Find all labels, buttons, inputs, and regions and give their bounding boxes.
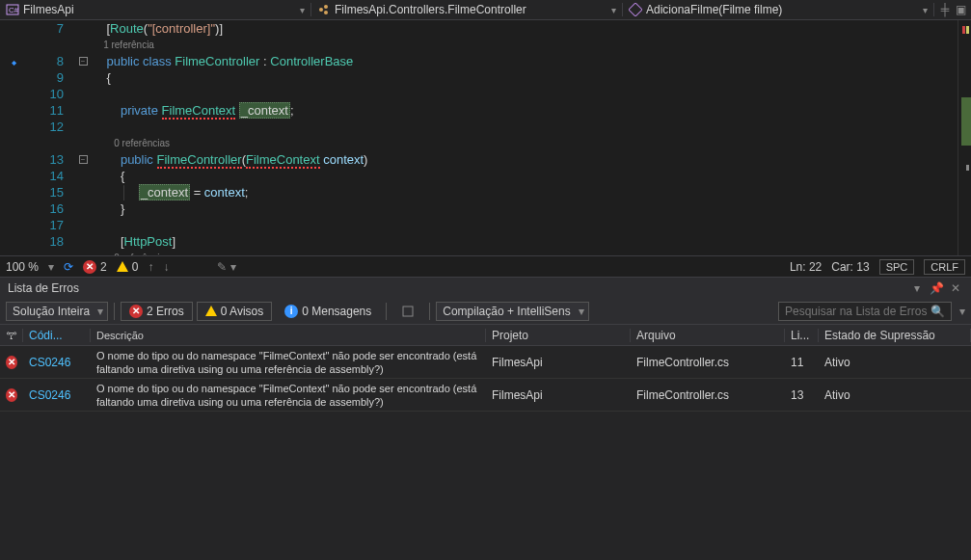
overview-ruler[interactable] <box>958 20 971 255</box>
error-description: O nome do tipo ou do namespace "FilmeCon… <box>91 349 486 376</box>
svg-rect-6 <box>403 307 413 316</box>
header-file[interactable]: Arquivo <box>631 329 785 342</box>
error-count[interactable]: ✕2 <box>83 260 107 274</box>
nav-down-icon[interactable]: ↓ <box>163 260 169 274</box>
errors-filter-button[interactable]: ✕2 Erros <box>121 302 193 321</box>
code-editor[interactable]: ⬥ 💡 7 8 9 10 11 12 13 14 15 16 17 18 19 … <box>0 20 971 255</box>
insert-mode[interactable]: SPC <box>879 259 915 275</box>
breadcrumb-bar: C# FilmesApi ▾ FilmesApi.Controllers.Fil… <box>0 0 971 20</box>
header-project[interactable]: Projeto <box>486 329 631 342</box>
editor-status-bar: 100 % ▾ ⟳ ✕2 0 ↑ ↓ ✎ ▾ Ln: 22 Car: 13 SP… <box>0 255 971 277</box>
glyph-margin: ⬥ 💡 <box>0 20 27 255</box>
fold-gutter: − − − <box>73 20 93 255</box>
fold-toggle[interactable]: − <box>73 151 93 168</box>
breadcrumb-class-text: FilmesApi.Controllers.FilmeController <box>335 3 526 16</box>
error-icon: ✕ <box>6 356 17 369</box>
error-code: CS0246 <box>23 388 91 402</box>
error-description: O nome do tipo ou do namespace "FilmeCon… <box>91 382 486 409</box>
error-line: 11 <box>785 356 819 369</box>
refresh-icon[interactable]: ⟳ <box>64 260 73 274</box>
error-file: FilmeController.cs <box>631 356 785 369</box>
error-project: FilmesApi <box>486 388 631 402</box>
error-list-header: 🝖 Códi... Descrição Projeto Arquivo Li..… <box>0 325 971 346</box>
line-ending[interactable]: CRLF <box>924 259 965 275</box>
breadcrumb-class[interactable]: FilmesApi.Controllers.FilmeController ▾ <box>311 3 623 16</box>
zoom-level[interactable]: 100 % <box>6 260 39 274</box>
breadcrumb-project[interactable]: C# FilmesApi ▾ <box>0 3 311 16</box>
class-icon <box>317 3 331 16</box>
error-line: 13 <box>785 388 819 402</box>
error-row[interactable]: ✕ CS0246 O nome do tipo ou do namespace … <box>0 346 971 379</box>
error-list-title: Lista de Erros <box>8 281 79 295</box>
svg-point-2 <box>319 8 323 12</box>
warnings-filter-button[interactable]: 0 Avisos <box>197 302 272 321</box>
breadcrumb-project-text: FilmesApi <box>23 3 74 16</box>
line-number-gutter: 7 8 9 10 11 12 13 14 15 16 17 18 19 20 2… <box>27 20 73 255</box>
error-file: FilmeController.cs <box>631 388 785 402</box>
warning-count[interactable]: 0 <box>117 260 139 274</box>
svg-rect-5 <box>629 3 642 16</box>
breadcrumb-method[interactable]: AdicionaFilme(Filme filme) ▾ <box>623 3 934 16</box>
error-project: FilmesApi <box>486 356 631 369</box>
cursor-line: Ln: 22 <box>790 260 822 274</box>
breadcrumb-method-text: AdicionaFilme(Filme filme) <box>646 3 782 16</box>
error-suppression: Ativo <box>819 356 971 369</box>
svg-text:C#: C# <box>9 6 19 14</box>
expand-icon[interactable]: ▣ <box>954 3 967 16</box>
pen-icon[interactable]: ✎ ▾ <box>217 260 235 274</box>
code-content[interactable]: [Route("[controller]")] 1 referência pub… <box>93 20 958 255</box>
build-filter-icon[interactable] <box>392 302 423 321</box>
nav-up-icon[interactable]: ↑ <box>148 260 153 274</box>
chevron-down-icon: ▾ <box>611 5 616 15</box>
pin-icon[interactable]: 📌 <box>929 280 944 296</box>
search-icon: 🔍 <box>931 305 945 318</box>
header-line[interactable]: Li... <box>785 329 819 342</box>
method-icon <box>629 3 642 16</box>
source-dropdown[interactable]: Compilação + IntelliSens <box>436 302 588 321</box>
chevron-down-icon: ▾ <box>923 5 928 15</box>
error-list-table: 🝖 Códi... Descrição Projeto Arquivo Li..… <box>0 325 971 560</box>
filter-icon[interactable]: 🝖 <box>0 329 23 342</box>
messages-filter-button[interactable]: i0 Mensagens <box>276 302 380 321</box>
error-list-toolbar: Solução Inteira ✕2 Erros 0 Avisos i0 Men… <box>0 298 971 325</box>
split-icon[interactable]: ╪ <box>938 3 952 16</box>
error-list-title-bar: Lista de Erros ▾ 📌 ✕ <box>0 277 971 298</box>
svg-point-4 <box>324 11 328 14</box>
error-code: CS0246 <box>23 356 91 369</box>
csharp-project-icon: C# <box>6 3 19 16</box>
header-code[interactable]: Códi... <box>23 329 91 342</box>
close-icon[interactable]: ✕ <box>948 280 963 296</box>
scope-dropdown[interactable]: Solução Inteira <box>6 302 108 321</box>
error-suppression: Ativo <box>819 388 971 402</box>
error-row[interactable]: ✕ CS0246 O nome do tipo ou do namespace … <box>0 379 971 412</box>
error-icon: ✕ <box>6 388 17 402</box>
fold-toggle[interactable]: − <box>73 53 93 69</box>
header-description[interactable]: Descrição <box>91 329 486 342</box>
bookmark-icon[interactable]: ⬥ <box>0 53 27 69</box>
header-suppression[interactable]: Estado de Supressão <box>819 329 971 342</box>
error-search-input[interactable] <box>785 305 931 318</box>
window-options-icon[interactable]: ▾ <box>909 280 925 296</box>
svg-point-3 <box>324 5 328 9</box>
error-search-box[interactable]: 🔍 <box>778 302 952 321</box>
search-dropdown-icon[interactable]: ▾ <box>959 305 965 318</box>
chevron-down-icon: ▾ <box>300 5 305 15</box>
cursor-col: Car: 13 <box>831 260 869 274</box>
